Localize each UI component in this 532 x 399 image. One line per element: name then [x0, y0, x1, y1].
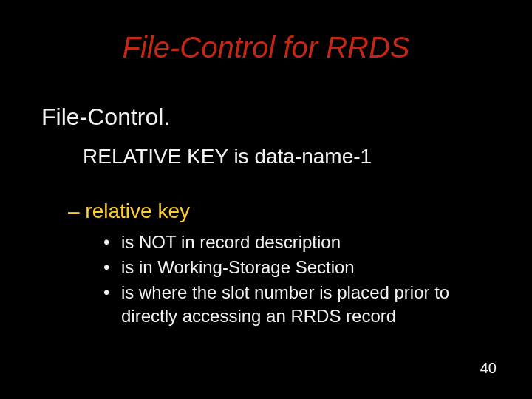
bullet-icon: •	[103, 231, 121, 253]
list-item: • is in Working-Storage Section	[103, 256, 488, 279]
slide-title: File-Control for RRDS	[0, 31, 532, 64]
page-number: 40	[480, 360, 497, 377]
list-item: • is NOT in record description	[103, 231, 488, 253]
list-item: • is where the slot number is placed pri…	[103, 281, 488, 327]
section-heading: File-Control.	[41, 103, 170, 131]
bullet-text: is where the slot number is placed prior…	[121, 281, 488, 327]
bullet-icon: •	[103, 256, 121, 279]
key-line: RELATIVE KEY is data-name-1	[83, 145, 372, 168]
bullet-text: is in Working-Storage Section	[121, 256, 488, 279]
bullet-list: • is NOT in record description • is in W…	[103, 231, 488, 330]
bullet-icon: •	[103, 281, 121, 304]
slide: File-Control for RRDS File-Control. RELA…	[0, 0, 532, 399]
bullet-text: is NOT in record description	[121, 231, 488, 253]
subhead-relative-key: – relative key	[68, 200, 190, 223]
